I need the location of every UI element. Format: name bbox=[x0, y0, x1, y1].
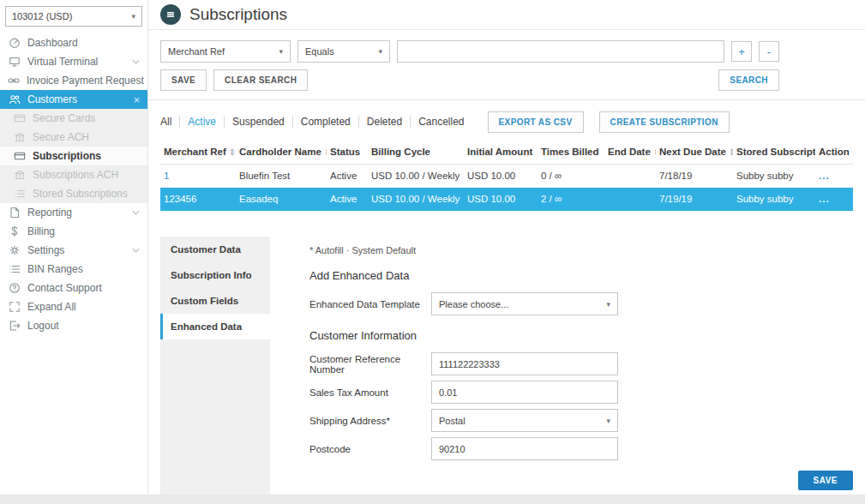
customer-reference-number-input[interactable] bbox=[431, 352, 618, 375]
sidebar-item-stored-subscriptions[interactable]: Stored Subscriptions bbox=[0, 184, 147, 203]
virtual-terminal-icon bbox=[8, 56, 21, 68]
initial-amount-cell: USD 10.00 bbox=[464, 165, 538, 188]
sidebar-item-contact-support[interactable]: Contact Support bbox=[0, 279, 147, 297]
sort-icon[interactable]: ⇕ bbox=[324, 147, 327, 157]
status-cell: Active bbox=[327, 165, 368, 188]
sidebar-item-dashboard[interactable]: Dashboard bbox=[0, 33, 147, 52]
save-search-button[interactable]: SAVE bbox=[160, 69, 207, 91]
detail-tab-customer-data[interactable]: Customer Data bbox=[160, 237, 270, 262]
save-button[interactable]: SAVE bbox=[798, 471, 854, 490]
detail-tab-subscription-info[interactable]: Subscription Info bbox=[160, 262, 270, 288]
account-selector[interactable]: 103012 (USD) ▾ bbox=[5, 6, 142, 27]
merchant-ref-link[interactable]: 123456 bbox=[160, 188, 236, 211]
page-title: Subscriptions bbox=[189, 5, 287, 24]
merchant-ref-link[interactable]: 1 bbox=[160, 165, 236, 188]
times-billed-cell: 2 / ∞ bbox=[538, 188, 604, 211]
column-header-cardholder-name[interactable]: Cardholder Name⇕ bbox=[236, 140, 327, 165]
column-header-next-due-date[interactable]: Next Due Date⇕ bbox=[656, 140, 733, 165]
chevron-down-icon: ▾ bbox=[606, 300, 610, 309]
filter-tab-cancelled[interactable]: Cancelled bbox=[410, 116, 472, 128]
contact-support-icon bbox=[8, 282, 21, 294]
app-root: 103012 (USD) ▾ Dashboard Virtual Termina… bbox=[0, 0, 865, 504]
export-csv-button[interactable]: EXPORT AS CSV bbox=[488, 111, 584, 133]
sidebar-item-customers[interactable]: Customers × bbox=[0, 90, 147, 109]
search-button[interactable]: SEARCH bbox=[718, 69, 779, 91]
filter-tab-completed[interactable]: Completed bbox=[292, 116, 358, 128]
remove-criteria-button[interactable]: - bbox=[759, 41, 779, 62]
cardholder-name-cell: Easadeq bbox=[236, 188, 327, 211]
sidebar-item-label: Invoice Payment Request bbox=[27, 75, 144, 87]
table-row[interactable]: 1 Bluefin Test Active USD 10.00 / Weekly… bbox=[160, 165, 853, 188]
billing-icon bbox=[8, 225, 21, 237]
add-criteria-button[interactable]: + bbox=[731, 41, 752, 62]
filter-tab-deleted[interactable]: Deleted bbox=[358, 116, 410, 128]
form-row: Sales Tax Amount bbox=[309, 381, 853, 404]
chevron-down-icon: ▾ bbox=[378, 47, 382, 56]
filter-tab-suspended[interactable]: Suspended bbox=[224, 116, 292, 128]
sales-tax-amount-input[interactable] bbox=[431, 381, 618, 404]
detail-tab-enhanced-data[interactable]: Enhanced Data bbox=[160, 314, 270, 339]
clear-search-button[interactable]: CLEAR SEARCH bbox=[213, 69, 308, 91]
sidebar-item-virtual-terminal[interactable]: Virtual Terminal bbox=[0, 52, 147, 71]
search-field-select[interactable]: Merchant Ref ▾ bbox=[160, 40, 291, 63]
close-icon[interactable]: × bbox=[133, 94, 140, 105]
shipping-address-select[interactable]: Postal ▾ bbox=[431, 409, 618, 432]
settings-icon bbox=[8, 244, 21, 256]
sort-icon[interactable]: ⇕ bbox=[229, 147, 236, 157]
sidebar-item-reporting[interactable]: Reporting bbox=[0, 203, 147, 222]
postcode-input[interactable] bbox=[431, 437, 618, 460]
status-filter-tabs: All Active Suspended Completed Deleted C… bbox=[160, 116, 472, 128]
footer-strip bbox=[0, 495, 865, 504]
enhanced-data-template-value: Please choose... bbox=[439, 299, 508, 309]
section-heading-add-enhanced-data: Add Enhanced Data bbox=[309, 269, 853, 282]
sidebar-item-secure-cards[interactable]: Secure Cards bbox=[0, 109, 147, 128]
sidebar-item-label: BIN Ranges bbox=[27, 263, 83, 275]
column-header-initial-amount: Initial Amount bbox=[464, 140, 538, 165]
field-label-shipping-address: Shipping Address* bbox=[309, 416, 431, 426]
sidebar-item-logout[interactable]: Logout bbox=[0, 316, 147, 335]
column-header-times-billed: Times Billed bbox=[538, 140, 604, 165]
subscriptions-icon bbox=[13, 150, 26, 162]
row-actions-menu[interactable]: ... bbox=[815, 188, 853, 211]
sidebar-item-subscriptions[interactable]: Subscriptions bbox=[0, 147, 147, 165]
column-header-end-date[interactable]: End Date⇕ bbox=[604, 140, 656, 165]
sidebar-item-label: Expand All bbox=[27, 301, 76, 313]
filter-tab-all[interactable]: All bbox=[160, 116, 179, 128]
search-operator-select[interactable]: Equals ▾ bbox=[297, 40, 390, 63]
sidebar-item-label: Settings bbox=[27, 244, 64, 256]
filter-tab-active[interactable]: Active bbox=[179, 116, 224, 128]
sidebar-item-subscriptions-ach[interactable]: Subscriptions ACH bbox=[0, 165, 147, 184]
sidebar-item-bin-ranges[interactable]: BIN Ranges bbox=[0, 260, 147, 279]
menu-icon[interactable] bbox=[160, 4, 181, 25]
search-value-input[interactable] bbox=[397, 40, 724, 63]
create-subscription-button[interactable]: CREATE SUBSCRIPTION bbox=[599, 111, 730, 133]
search-operator-value: Equals bbox=[305, 46, 334, 57]
sidebar-item-invoice-payment-request[interactable]: Invoice Payment Request bbox=[0, 71, 147, 90]
sidebar-item-label: Secure ACH bbox=[33, 131, 89, 143]
sort-icon[interactable]: ⇕ bbox=[729, 147, 733, 157]
sidebar-item-settings[interactable]: Settings bbox=[0, 241, 147, 260]
status-filter-bar: All Active Suspended Completed Deleted C… bbox=[148, 105, 865, 138]
form-row: Customer Reference Number bbox=[309, 352, 853, 375]
next-due-date-cell: 7/18/19 bbox=[656, 165, 733, 188]
logout-icon bbox=[8, 320, 21, 332]
column-header-stored-subscription[interactable]: Stored Subscription⇕ bbox=[733, 140, 815, 165]
sort-icon[interactable]: ⇕ bbox=[653, 147, 656, 157]
detail-tab-custom-fields[interactable]: Custom Fields bbox=[160, 288, 270, 314]
reporting-icon bbox=[8, 207, 21, 219]
times-billed-cell: 0 / ∞ bbox=[538, 165, 604, 188]
detail-tab-list: Customer Data Subscription Info Custom F… bbox=[160, 237, 270, 504]
sidebar-item-billing[interactable]: Billing bbox=[0, 222, 147, 241]
sidebar-item-expand-all[interactable]: Expand All bbox=[0, 297, 147, 316]
table-row-selected[interactable]: 123456 Easadeq Active USD 10.00 / Weekly… bbox=[160, 188, 853, 211]
sidebar-item-label: Subscriptions bbox=[33, 150, 101, 162]
column-header-merchant-ref[interactable]: Merchant Ref⇕ bbox=[160, 140, 236, 165]
customers-icon bbox=[8, 93, 21, 105]
search-actions-row: SAVE CLEAR SEARCH SEARCH bbox=[160, 69, 779, 91]
row-actions-menu[interactable]: ... bbox=[815, 165, 853, 188]
stored-subscription-cell: Subby subby bbox=[733, 165, 815, 188]
stored-subscription-cell: Subby subby bbox=[733, 188, 815, 211]
sidebar-item-secure-ach[interactable]: Secure ACH bbox=[0, 128, 147, 147]
sidebar-item-label: Logout bbox=[27, 320, 59, 332]
enhanced-data-template-select[interactable]: Please choose... ▾ bbox=[431, 292, 618, 315]
